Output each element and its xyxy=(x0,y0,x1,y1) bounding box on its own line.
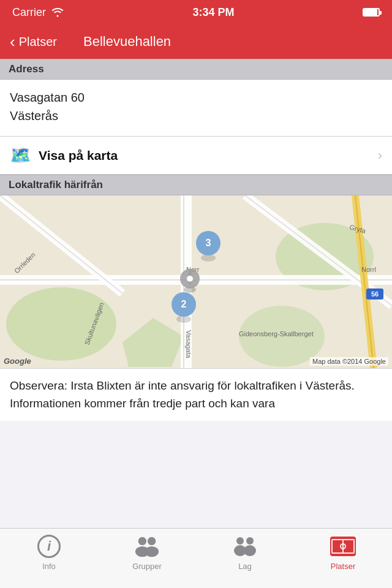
tab-grupper[interactable]: Grupper xyxy=(98,533,196,571)
back-label: Platser xyxy=(19,35,57,49)
status-bar: Carrier 3:34 PM xyxy=(0,0,392,24)
svg-point-35 xyxy=(148,537,156,545)
svg-point-1 xyxy=(6,287,116,361)
tab-grupper-label: Grupper xyxy=(132,562,162,571)
tab-lag-label: Lag xyxy=(238,562,252,571)
svg-text:Gideonsberg-Skallberget: Gideonsberg-Skallberget xyxy=(239,330,314,337)
map-link-text: Visa på karta xyxy=(39,148,378,163)
tab-info-label: Info xyxy=(42,562,56,571)
show-on-map-button[interactable]: 🗺️ Visa på karta › xyxy=(0,137,392,175)
battery-icon xyxy=(363,8,380,17)
info-icon: i xyxy=(37,535,61,558)
status-bar-left: Carrier xyxy=(12,6,64,19)
svg-point-36 xyxy=(145,546,159,557)
court-icon xyxy=(330,537,356,556)
lag-tab-icon-wrap xyxy=(232,533,258,559)
address-section-header: Adress xyxy=(0,59,392,80)
back-button[interactable]: ‹ Platser xyxy=(10,32,77,51)
svg-text:Norrl: Norrl xyxy=(361,266,376,273)
local-traffic-section-header: Lokaltrafik härifrån xyxy=(0,175,392,195)
wifi-icon xyxy=(51,7,64,17)
svg-text:56: 56 xyxy=(371,290,379,298)
info-tab-icon-wrap: i xyxy=(36,533,62,559)
map-data-text: Map data ©2014 Google xyxy=(310,357,388,366)
status-bar-right xyxy=(363,8,380,17)
tab-lag[interactable]: Lag xyxy=(196,533,294,571)
svg-point-37 xyxy=(236,537,244,545)
address-line-2: Västerås xyxy=(10,107,382,125)
groups-icon xyxy=(134,535,160,558)
tab-info[interactable]: i Info xyxy=(0,533,98,571)
svg-point-26 xyxy=(187,276,193,282)
svg-text:3: 3 xyxy=(206,238,211,248)
google-logo: Google xyxy=(4,356,31,366)
address-line-1: Vasagatan 60 xyxy=(10,88,382,107)
tab-bar: i Info Grupper Lag xyxy=(0,528,392,588)
team-icon xyxy=(233,535,257,557)
map-svg: 56 Orrleden Skultunavägen Norr Norrl Gry… xyxy=(0,195,392,368)
svg-point-39 xyxy=(246,537,254,545)
map-view[interactable]: 56 Orrleden Skultunavägen Norr Norrl Gry… xyxy=(0,195,392,368)
tab-platser-label: Platser xyxy=(331,562,355,571)
svg-point-40 xyxy=(244,545,256,556)
tab-platser[interactable]: Platser xyxy=(294,533,392,571)
svg-text:Vasagata: Vasagata xyxy=(185,330,192,359)
carrier-label: Carrier xyxy=(12,6,46,19)
map-link-chevron-icon: › xyxy=(378,148,382,164)
address-section: Vasagatan 60 Västerås xyxy=(0,80,392,137)
notice-section: Observera: Irsta Blixten är inte ansvari… xyxy=(0,368,392,421)
notice-text: Observera: Irsta Blixten är inte ansvari… xyxy=(10,377,382,412)
page-title: Bellevuehallen xyxy=(77,34,382,50)
grupper-tab-icon-wrap xyxy=(134,533,160,559)
svg-text:2: 2 xyxy=(181,299,187,309)
platser-tab-icon-wrap xyxy=(330,533,356,559)
status-bar-time: 3:34 PM xyxy=(192,6,234,19)
nav-bar: ‹ Platser Bellevuehallen xyxy=(0,24,392,59)
back-chevron-icon: ‹ xyxy=(10,32,15,51)
svg-point-33 xyxy=(138,537,146,545)
map-link-icon: 🗺️ xyxy=(10,145,31,165)
